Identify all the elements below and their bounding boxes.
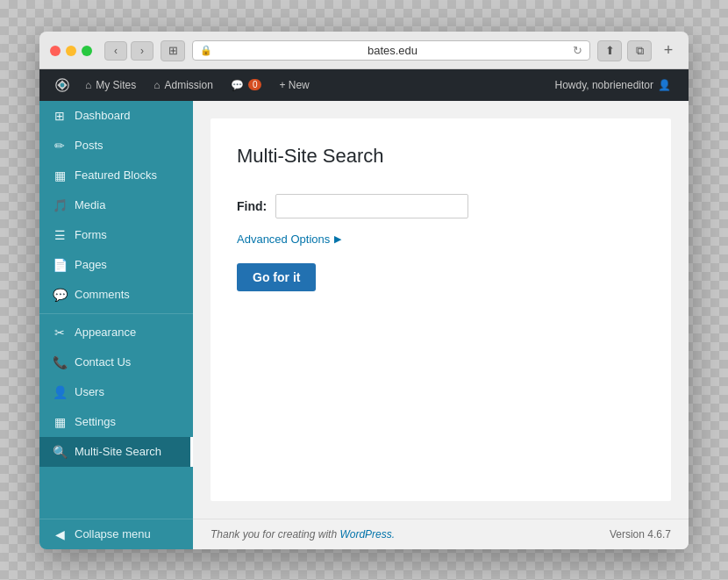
- howdy-label: Howdy, nobrieneditor: [554, 79, 653, 91]
- refresh-icon[interactable]: ↻: [573, 44, 582, 57]
- advanced-options: Advanced Options ▶: [237, 233, 645, 246]
- admission-label: Admission: [165, 79, 213, 91]
- admin-bar-howdy[interactable]: Howdy, nobrieneditor 👤: [546, 69, 680, 101]
- page-title: Multi-Site Search: [237, 145, 645, 168]
- posts-icon: ✏: [52, 139, 68, 153]
- sidebar-item-label: Contact Us: [75, 355, 131, 369]
- search-sidebar-icon: 🔍: [52, 445, 68, 459]
- sidebar-item-label: Posts: [75, 139, 103, 152]
- sidebar: ⊞ Dashboard ✏ Posts ▦ Featured Blocks 🎵 …: [39, 101, 193, 549]
- admin-bar-wp-logo[interactable]: [48, 69, 76, 101]
- find-input[interactable]: [275, 194, 468, 218]
- users-icon: 👤: [52, 385, 68, 399]
- admin-bar-new[interactable]: + New: [270, 69, 318, 101]
- admin-bar-my-sites[interactable]: ⌂ My Sites: [76, 69, 145, 101]
- media-icon: 🎵: [52, 198, 68, 212]
- my-sites-label: My Sites: [96, 79, 136, 91]
- comment-count: 0: [248, 79, 262, 90]
- forward-button[interactable]: ›: [131, 41, 153, 61]
- sidebar-item-forms[interactable]: ☰ Forms: [39, 220, 193, 250]
- sidebar-separator: [39, 313, 193, 314]
- contact-us-icon: 📞: [52, 355, 68, 369]
- sidebar-item-label: Pages: [75, 258, 107, 271]
- admission-icon: ⌂: [153, 79, 160, 91]
- sidebar-item-label: Users: [75, 385, 104, 398]
- forms-icon: ☰: [52, 228, 68, 242]
- admin-bar-comments[interactable]: 💬 0: [222, 69, 271, 101]
- advanced-options-link[interactable]: Advanced Options: [237, 233, 330, 246]
- traffic-lights: [50, 46, 92, 56]
- my-sites-icon: ⌂: [85, 79, 91, 91]
- content-area: Multi-Site Search Find: Advanced Options…: [193, 101, 689, 549]
- dashboard-icon: ⊞: [52, 109, 68, 123]
- sidebar-item-multi-site-search[interactable]: 🔍 Multi-Site Search: [39, 437, 193, 467]
- new-tab-button[interactable]: +: [659, 41, 678, 61]
- footer-version: Version 4.6.7: [610, 528, 671, 541]
- comments-icon: 💬: [231, 79, 244, 91]
- browser-actions: ⬆ ⧉: [597, 40, 652, 61]
- sidebar-item-label: Appearance: [75, 326, 136, 339]
- sidebar-item-label: Dashboard: [75, 109, 131, 122]
- sidebar-item-posts[interactable]: ✏ Posts: [39, 131, 193, 161]
- collapse-label: Collapse menu: [75, 527, 151, 541]
- sidebar-item-settings[interactable]: ▦ Settings: [39, 407, 193, 437]
- back-button[interactable]: ‹: [104, 41, 127, 61]
- footer-credit: Thank you for creating with WordPress.: [211, 528, 395, 541]
- sidebar-item-featured-blocks[interactable]: ▦ Featured Blocks: [39, 161, 193, 190]
- featured-blocks-icon: ▦: [52, 168, 68, 183]
- browser-chrome: ‹ › ⊞ 🔒 bates.edu ↻ ⬆ ⧉ +: [39, 32, 689, 69]
- main-area: ⊞ Dashboard ✏ Posts ▦ Featured Blocks 🎵 …: [39, 101, 689, 549]
- wp-admin: ⌂ My Sites ⌂ Admission 💬 0 + New Howdy, …: [39, 69, 689, 549]
- sidebar-item-collapse[interactable]: ◀ Collapse menu: [39, 519, 193, 549]
- sidebar-item-appearance[interactable]: ✂ Appearance: [39, 318, 193, 347]
- wordpress-link[interactable]: WordPress.: [339, 528, 395, 541]
- admin-bar: ⌂ My Sites ⌂ Admission 💬 0 + New Howdy, …: [39, 69, 689, 101]
- svg-point-1: [61, 82, 65, 87]
- collapse-icon: ◀: [52, 527, 68, 541]
- sidebar-item-label: Comments: [75, 288, 130, 301]
- content-footer: Thank you for creating with WordPress. V…: [193, 519, 689, 549]
- new-label: + New: [279, 79, 309, 91]
- sidebar-item-pages[interactable]: 📄 Pages: [39, 250, 193, 280]
- sidebar-item-label: Media: [75, 198, 105, 211]
- sidebar-item-label: Forms: [75, 228, 107, 241]
- active-indicator: [190, 437, 193, 467]
- sidebar-item-comments[interactable]: 💬 Comments: [39, 280, 193, 310]
- tab-view-button[interactable]: ⧉: [627, 40, 652, 61]
- minimize-button[interactable]: [66, 46, 76, 56]
- settings-icon: ▦: [52, 415, 68, 429]
- tab-switcher-button[interactable]: ⊞: [161, 40, 185, 61]
- share-button[interactable]: ⬆: [597, 40, 622, 61]
- lock-icon: 🔒: [200, 45, 212, 56]
- footer-credit-text: Thank you for creating with: [211, 528, 337, 541]
- sidebar-item-dashboard[interactable]: ⊞ Dashboard: [39, 101, 193, 131]
- nav-buttons: ‹ ›: [104, 41, 153, 61]
- appearance-icon: ✂: [52, 326, 68, 340]
- comments-sidebar-icon: 💬: [52, 288, 68, 302]
- sidebar-item-contact-us[interactable]: 📞 Contact Us: [39, 347, 193, 377]
- sidebar-item-label: Settings: [75, 415, 116, 428]
- address-bar[interactable]: 🔒 bates.edu ↻: [192, 40, 590, 61]
- close-button[interactable]: [50, 46, 61, 56]
- content-inner: Multi-Site Search Find: Advanced Options…: [211, 118, 671, 501]
- sidebar-item-users[interactable]: 👤 Users: [39, 377, 193, 407]
- find-row: Find:: [237, 194, 645, 218]
- pages-icon: 📄: [52, 258, 68, 272]
- sidebar-item-label: Featured Blocks: [75, 168, 157, 182]
- advanced-options-arrow-icon: ▶: [334, 233, 341, 245]
- sidebar-item-media[interactable]: 🎵 Media: [39, 190, 193, 220]
- user-avatar-icon: 👤: [658, 79, 671, 91]
- go-button[interactable]: Go for it: [237, 263, 316, 291]
- address-text: bates.edu: [218, 44, 567, 57]
- sidebar-item-label: Multi-Site Search: [75, 445, 161, 458]
- maximize-button[interactable]: [82, 46, 92, 56]
- browser-window: ‹ › ⊞ 🔒 bates.edu ↻ ⬆ ⧉ + ⌂: [39, 32, 689, 549]
- find-label: Find:: [237, 199, 267, 213]
- admin-bar-admission[interactable]: ⌂ Admission: [145, 69, 222, 101]
